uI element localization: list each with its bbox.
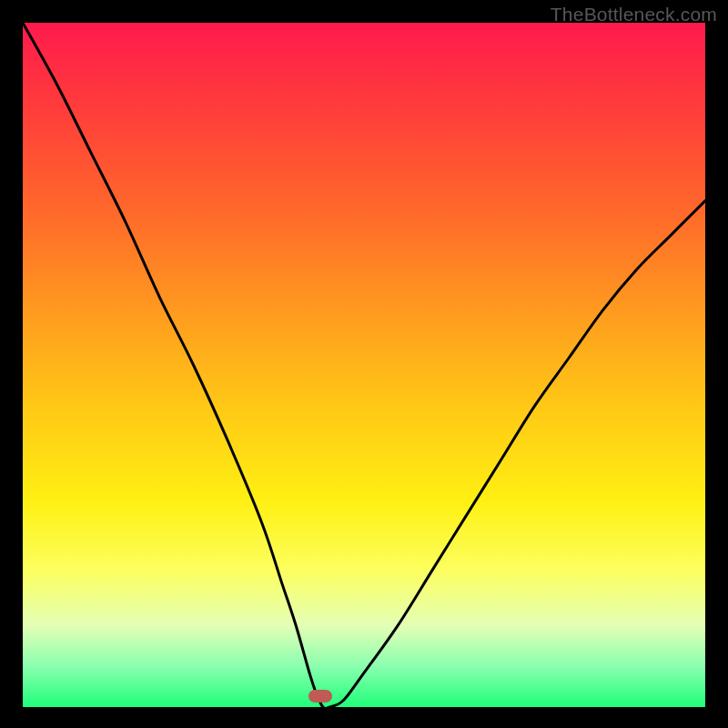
optimal-marker bbox=[308, 690, 332, 703]
curve-path bbox=[23, 23, 705, 707]
chart-frame bbox=[23, 23, 705, 707]
bottleneck-curve bbox=[23, 23, 705, 707]
